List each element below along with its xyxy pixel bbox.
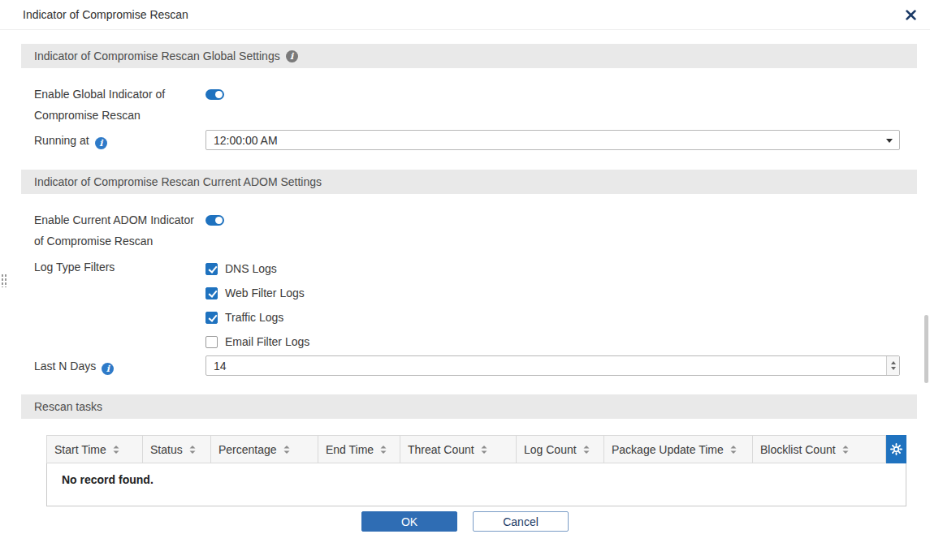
column-label: Threat Count [408,443,474,456]
checkbox-label-dns-logs: DNS Logs [225,262,277,275]
checkbox-label-traffic-logs: Traffic Logs [225,311,283,324]
info-icon[interactable] [102,363,114,375]
running-at-label: Running at [34,130,205,151]
spinner-up-icon[interactable] [891,361,896,364]
enable-adom-toggle[interactable] [205,215,224,226]
section-global-settings-title: Indicator of Compromise Rescan Global Se… [34,50,280,62]
rescan-tasks-table: Start Time Status Percentage End Time [46,435,906,506]
column-header-log-count[interactable]: Log Count [517,436,604,463]
last-n-days-label-text: Last N Days [34,360,96,373]
dialog-title: Indicator of Compromise Rescan [23,8,188,21]
column-header-blocklist-count[interactable]: Blocklist Count [753,436,886,463]
last-n-days-input[interactable] [205,355,900,376]
running-at-select[interactable]: 12:00:00 AM [205,130,900,150]
close-icon[interactable] [906,10,916,20]
info-icon[interactable] [286,50,298,62]
table-header-row: Start Time Status Percentage End Time [47,436,906,463]
sort-icon [112,445,120,454]
column-header-threat-count[interactable]: Threat Count [400,436,517,463]
checkbox-label-email-filter-logs: Email Filter Logs [225,335,309,348]
checkbox-option-email-filter-logs[interactable]: Email Filter Logs [205,330,900,354]
dialog-titlebar: Indicator of Compromise Rescan [0,0,930,30]
section-adom-settings: Indicator of Compromise Rescan Current A… [21,170,917,194]
column-header-status[interactable]: Status [143,436,211,463]
log-type-filters-row: Log Type Filters DNS Logs Web Filter Log… [21,256,917,354]
drag-handle-icon[interactable] [1,274,7,287]
checkbox-option-dns-logs[interactable]: DNS Logs [205,256,900,281]
column-settings-button[interactable] [886,436,906,463]
spinner-down-icon[interactable] [891,367,896,370]
column-header-percentage[interactable]: Percentage [211,436,318,463]
checkbox-web-filter-logs[interactable] [205,287,218,299]
info-icon[interactable] [95,137,107,149]
checkbox-label-web-filter-logs: Web Filter Logs [225,286,305,299]
sort-icon [379,445,387,454]
column-header-package-update-time[interactable]: Package Update Time [604,436,753,463]
empty-message: No record found. [47,463,906,506]
column-header-end-time[interactable]: End Time [318,436,400,463]
checkbox-email-filter-logs[interactable] [205,336,218,348]
section-rescan-tasks-title: Rescan tasks [34,400,102,413]
ok-button[interactable]: OK [361,511,457,532]
sort-icon [480,445,488,454]
running-at-label-text: Running at [34,134,89,147]
sort-icon [283,445,291,454]
column-label: End Time [326,443,374,456]
cancel-button[interactable]: Cancel [473,511,569,532]
checkbox-option-traffic-logs[interactable]: Traffic Logs [205,305,900,330]
enable-adom-row: Enable Current ADOM Indicator of Comprom… [21,209,917,252]
enable-global-toggle[interactable] [205,89,224,100]
chevron-down-icon [886,139,893,143]
column-label: Percentage [218,443,277,456]
column-label: Blocklist Count [760,443,836,456]
section-adom-settings-title: Indicator of Compromise Rescan Current A… [34,175,322,188]
enable-global-row: Enable Global Indicator of Compromise Re… [21,84,917,126]
checkbox-traffic-logs[interactable] [205,312,218,324]
ioc-rescan-dialog: Indicator of Compromise Rescan Indicator… [0,0,930,532]
log-type-filters-label: Log Type Filters [34,256,205,354]
dialog-footer: OK Cancel [0,511,930,532]
checkbox-option-web-filter-logs[interactable]: Web Filter Logs [205,281,900,305]
enable-adom-label: Enable Current ADOM Indicator of Comprom… [34,209,205,252]
sort-icon [841,445,850,454]
column-header-start-time[interactable]: Start Time [47,436,143,463]
running-at-row: Running at 12:00:00 AM [21,130,917,151]
last-n-days-row: Last N Days [21,355,917,377]
sort-icon [188,445,197,454]
column-label: Log Count [524,443,577,456]
column-label: Status [150,443,183,456]
column-label: Start Time [54,443,106,456]
gear-icon [890,443,902,455]
column-label: Package Update Time [612,443,724,456]
scrollbar-thumb[interactable] [924,315,928,383]
table-row: No record found. [47,463,906,506]
last-n-days-label: Last N Days [34,355,205,377]
sort-icon [729,445,738,454]
sort-icon [582,445,590,454]
number-spinner[interactable] [886,356,899,375]
checkbox-dns-logs[interactable] [205,263,218,275]
last-n-days-field [205,355,900,376]
section-rescan-tasks: Rescan tasks [21,394,917,419]
section-global-settings: Indicator of Compromise Rescan Global Se… [21,44,917,68]
enable-global-label: Enable Global Indicator of Compromise Re… [34,84,205,126]
running-at-selected-value: 12:00:00 AM [214,134,278,147]
